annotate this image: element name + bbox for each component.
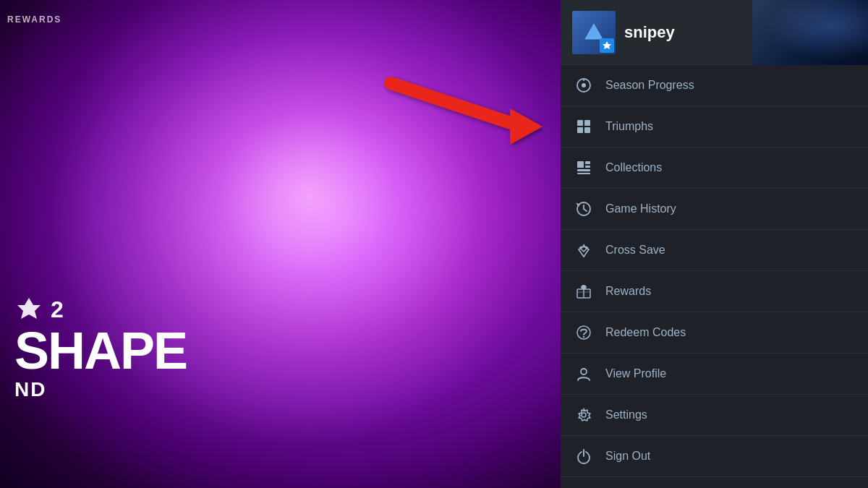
right-panel: snipey Season Progress Triumphs Collecti… <box>561 0 868 488</box>
destiny-badge-icon <box>602 40 612 51</box>
profile-icon <box>575 365 592 382</box>
menu-item-settings[interactable]: Settings <box>561 395 868 435</box>
menu-item-view-profile[interactable]: View Profile <box>561 354 868 395</box>
menu-label-sign-out: Sign Out <box>605 450 650 463</box>
menu-label-cross-save: Cross Save <box>605 244 665 257</box>
menu-item-game-history[interactable]: Game History <box>561 189 868 229</box>
destiny-logo: 2 <box>14 295 187 324</box>
menu-label-settings: Settings <box>605 408 647 421</box>
menu-item-collections[interactable]: Collections <box>561 147 868 189</box>
svg-rect-11 <box>585 166 590 168</box>
menu-label-redeem-codes: Redeem Codes <box>605 326 686 339</box>
svg-rect-13 <box>577 173 590 174</box>
game-background: REWARDS 2 SHAPE ND <box>0 0 561 488</box>
settings-icon <box>575 406 592 424</box>
svg-point-20 <box>581 369 587 374</box>
game-content: 2 SHAPE ND <box>14 295 187 401</box>
rewards-icon <box>575 283 592 300</box>
collections-icon <box>575 159 592 176</box>
power-icon <box>575 448 592 465</box>
menu-item-season-progress[interactable]: Season Progress <box>561 65 868 106</box>
menu-label-rewards: Rewards <box>605 285 651 298</box>
profile-scene <box>752 0 868 65</box>
triumphs-icon <box>575 118 592 135</box>
svg-rect-8 <box>584 127 590 133</box>
svg-point-3 <box>582 83 586 87</box>
crosssave-icon <box>575 241 592 259</box>
menu-section-3: Sign Out <box>561 436 868 477</box>
game-subtitle: ND <box>14 378 187 401</box>
menu-container: Season Progress Triumphs Collections Gam… <box>561 65 868 477</box>
rewards-label: REWARDS <box>7 14 61 25</box>
destiny-number: 2 <box>51 296 64 323</box>
menu-item-rewards[interactable]: Rewards <box>561 271 868 312</box>
season-icon <box>575 77 592 94</box>
username-label: snipey <box>624 23 675 42</box>
svg-rect-12 <box>577 169 590 171</box>
destiny-icon <box>14 295 43 324</box>
avatar <box>572 11 616 54</box>
menu-label-view-profile: View Profile <box>605 367 666 380</box>
svg-rect-9 <box>577 161 584 168</box>
svg-rect-6 <box>584 120 590 126</box>
redeem-icon <box>575 324 592 341</box>
svg-point-21 <box>582 413 586 417</box>
svg-rect-5 <box>577 120 583 126</box>
svg-marker-1 <box>510 108 542 145</box>
menu-label-game-history: Game History <box>605 202 676 215</box>
menu-section-1: Cross Save Rewards Redeem Codes <box>561 230 868 354</box>
history-icon <box>575 200 592 218</box>
menu-section-2: View Profile Settings <box>561 354 868 436</box>
menu-section-0: Season Progress Triumphs Collections Gam… <box>561 65 868 230</box>
avatar-destiny-badge <box>600 38 614 53</box>
avatar-container <box>572 11 616 54</box>
menu-label-collections: Collections <box>605 161 662 174</box>
svg-line-0 <box>391 83 517 125</box>
svg-rect-7 <box>577 127 583 133</box>
svg-rect-10 <box>585 161 590 164</box>
menu-item-sign-out[interactable]: Sign Out <box>561 436 868 476</box>
profile-header: snipey <box>561 0 868 65</box>
menu-item-cross-save[interactable]: Cross Save <box>561 230 868 271</box>
menu-item-redeem-codes[interactable]: Redeem Codes <box>561 312 868 353</box>
menu-label-triumphs: Triumphs <box>605 120 653 133</box>
menu-label-season-progress: Season Progress <box>605 79 694 92</box>
red-arrow <box>383 69 542 148</box>
svg-point-19 <box>583 336 584 338</box>
game-title: SHAPE <box>14 328 187 374</box>
profile-scene-bg <box>752 0 868 65</box>
menu-item-triumphs[interactable]: Triumphs <box>561 106 868 147</box>
